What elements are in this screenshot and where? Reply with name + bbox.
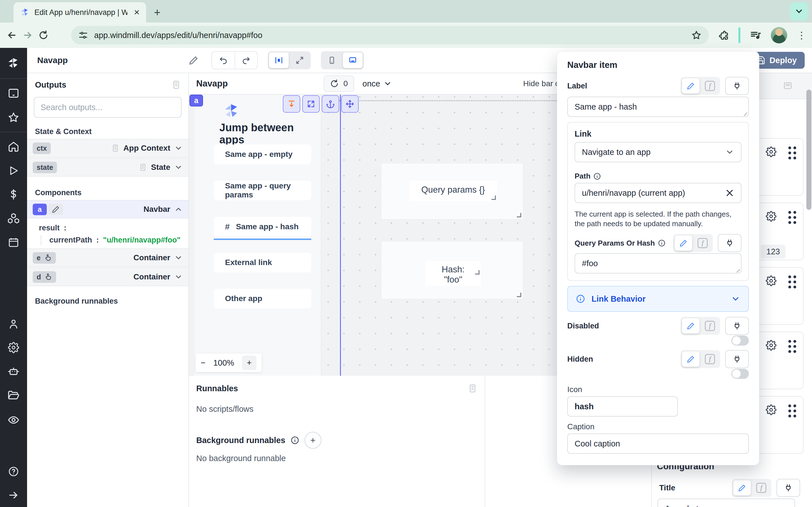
site-settings-icon[interactable]: [79, 31, 88, 40]
audit-eye-icon[interactable]: [8, 414, 19, 426]
title-input[interactable]: Jump between apps: [658, 499, 795, 507]
static-pencil-button[interactable]: [675, 235, 692, 251]
rail-divider: [0, 78, 27, 79]
home-icon[interactable]: [8, 141, 19, 153]
reload-button[interactable]: [36, 30, 51, 40]
tab-strip-chevron-button[interactable]: [790, 2, 808, 20]
runnables-title: Runnables: [196, 384, 238, 393]
resources-cubes-icon[interactable]: [8, 212, 19, 224]
path-input[interactable]: u/henri/navapp (current app): [574, 183, 742, 203]
runnables-empty: No scripts/flows: [196, 404, 477, 414]
mobile-view-button[interactable]: [322, 52, 342, 68]
function-mode-button[interactable]: f: [701, 78, 719, 94]
new-tab-button[interactable]: +: [154, 6, 160, 19]
function-mode-button[interactable]: f: [694, 235, 711, 251]
connect-plug-button[interactable]: [725, 317, 749, 335]
ctx-row[interactable]: ctx App Context: [27, 139, 188, 158]
icon-input[interactable]: hash: [567, 396, 678, 416]
profile-avatar[interactable]: [771, 27, 787, 43]
d-container-row[interactable]: d Container: [27, 268, 188, 286]
user-icon[interactable]: [8, 318, 19, 330]
redo-button[interactable]: [235, 52, 257, 69]
e-container-row[interactable]: e Container: [27, 248, 188, 267]
navbar-component[interactable]: Jump between apps Same app - empty Same …: [195, 95, 321, 376]
collapse-arrow-icon[interactable]: [8, 490, 19, 501]
edit-pencil-icon[interactable]: [49, 204, 63, 215]
back-button[interactable]: [4, 30, 20, 41]
nav-item-hash[interactable]: # Same app - hash: [214, 217, 311, 237]
search-outputs-input[interactable]: Search outputs...: [34, 97, 182, 118]
tab-close-icon[interactable]: ✕: [134, 8, 140, 17]
maximize-button[interactable]: [302, 95, 320, 113]
browser-menu-icon[interactable]: ⋮: [797, 30, 806, 41]
function-mode-button[interactable]: f: [701, 318, 719, 334]
schedules-calendar-icon[interactable]: [8, 237, 19, 248]
panel-doc-icon[interactable]: [171, 80, 181, 90]
desktop-view-button[interactable]: [343, 52, 363, 68]
add-background-runnable-button[interactable]: +: [305, 432, 321, 449]
static-pencil-button[interactable]: [682, 78, 700, 94]
disabled-toggle[interactable]: [731, 335, 749, 346]
connect-plug-button[interactable]: [725, 77, 749, 95]
panel-doc-icon[interactable]: [783, 80, 793, 91]
function-mode-button[interactable]: f: [753, 480, 770, 496]
static-pencil-button[interactable]: [682, 318, 700, 334]
state-row[interactable]: state State: [27, 158, 188, 177]
canvas-app-title: Navapp: [196, 78, 228, 89]
workers-bot-icon[interactable]: [8, 365, 19, 378]
fullscreen-button[interactable]: [290, 52, 310, 68]
undo-button[interactable]: [212, 52, 235, 69]
anchor-button[interactable]: [322, 95, 339, 113]
hash-container[interactable]: Hash: "foo": [381, 241, 523, 299]
schedule-select[interactable]: once: [363, 79, 392, 89]
query-params-input[interactable]: #foo: [574, 253, 742, 274]
link-type-select[interactable]: Navigate to an app: [574, 142, 742, 162]
refresh-count-group[interactable]: 0: [324, 75, 354, 92]
caption-input[interactable]: Cool caption: [567, 434, 749, 454]
hidden-toggle[interactable]: [731, 369, 749, 379]
expand-down-button[interactable]: [283, 95, 300, 113]
connect-plug-button[interactable]: [725, 350, 749, 368]
navbar-result-tree[interactable]: result : currentPath : "u/henri/navapp#f…: [27, 219, 188, 248]
extensions-icon[interactable]: [718, 30, 729, 41]
favorites-star-icon[interactable]: [8, 112, 19, 123]
static-pencil-button[interactable]: [682, 351, 700, 367]
nav-item-other-app[interactable]: Other app: [214, 289, 311, 308]
chevron-down-icon: [725, 148, 734, 157]
gear-icon: [766, 404, 776, 415]
forward-button[interactable]: [20, 30, 36, 41]
scrollbar-thumb[interactable]: [806, 90, 811, 210]
url-bar[interactable]: app.windmill.dev/apps/edit/u/henri/navap…: [71, 26, 709, 45]
nav-item-external-link[interactable]: External link: [214, 252, 311, 272]
zoom-in-button[interactable]: +: [242, 355, 257, 370]
settings-gear-icon[interactable]: [8, 342, 19, 353]
nav-item-query-params[interactable]: Same app - query params: [214, 180, 311, 200]
label-input[interactable]: Same app - hash: [567, 97, 749, 117]
center-align-button[interactable]: [269, 52, 289, 68]
browser-tab-strip: Edit App u/henri/navapp | Win ✕ +: [0, 0, 812, 22]
nav-item-empty[interactable]: Same app - empty: [214, 145, 311, 164]
clear-path-icon[interactable]: [725, 188, 734, 198]
navbar-component-row[interactable]: a Navbar: [27, 200, 188, 219]
panel-doc-icon[interactable]: [468, 384, 477, 393]
bookmark-star-icon[interactable]: [691, 30, 702, 40]
browser-tab[interactable]: Edit App u/henri/navapp | Win ✕: [13, 2, 146, 22]
windmill-logo[interactable]: [7, 56, 20, 70]
rename-pencil-icon[interactable]: [189, 55, 199, 65]
selected-component-badge[interactable]: a: [190, 95, 203, 107]
help-icon[interactable]: [8, 466, 19, 477]
query-params-container[interactable]: Query params {}: [381, 163, 523, 219]
link-behavior-collapse[interactable]: Link Behavior: [567, 286, 749, 312]
connect-plug-button[interactable]: [776, 479, 800, 497]
move-button[interactable]: [341, 95, 359, 113]
zoom-out-button[interactable]: −: [201, 358, 206, 368]
connect-plug-button[interactable]: [718, 234, 742, 252]
media-controls-icon[interactable]: [750, 30, 761, 41]
folders-icon[interactable]: [8, 390, 19, 402]
drag-handle-icon: [788, 340, 796, 353]
apps-icon[interactable]: [8, 87, 19, 99]
runs-play-icon[interactable]: [8, 165, 19, 176]
static-pencil-button[interactable]: [733, 480, 751, 496]
variables-dollar-icon[interactable]: [8, 189, 19, 200]
function-mode-button[interactable]: f: [701, 351, 719, 367]
